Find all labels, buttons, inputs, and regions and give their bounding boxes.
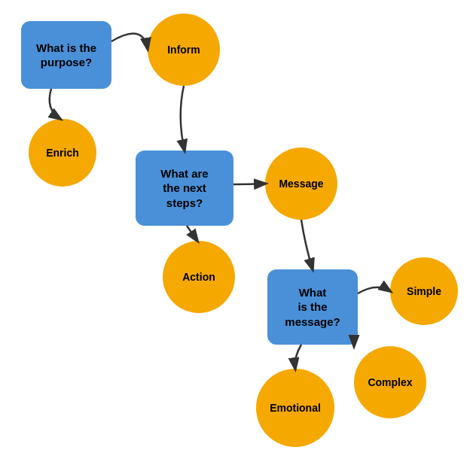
simple-circle: Simple <box>390 257 458 325</box>
message-circle: Message <box>265 147 337 220</box>
emotional-circle: Emotional <box>256 369 334 447</box>
next-steps-box: What arethe nextsteps? <box>136 151 233 226</box>
action-circle: Action <box>163 241 235 313</box>
diagram: What is the purpose? What arethe nextste… <box>0 0 476 450</box>
message-box: Whatis themessage? <box>267 269 358 345</box>
purpose-box: What is the purpose? <box>21 21 111 89</box>
inform-circle: Inform <box>148 14 220 86</box>
enrich-circle: Enrich <box>29 119 96 187</box>
complex-circle: Complex <box>354 346 426 418</box>
